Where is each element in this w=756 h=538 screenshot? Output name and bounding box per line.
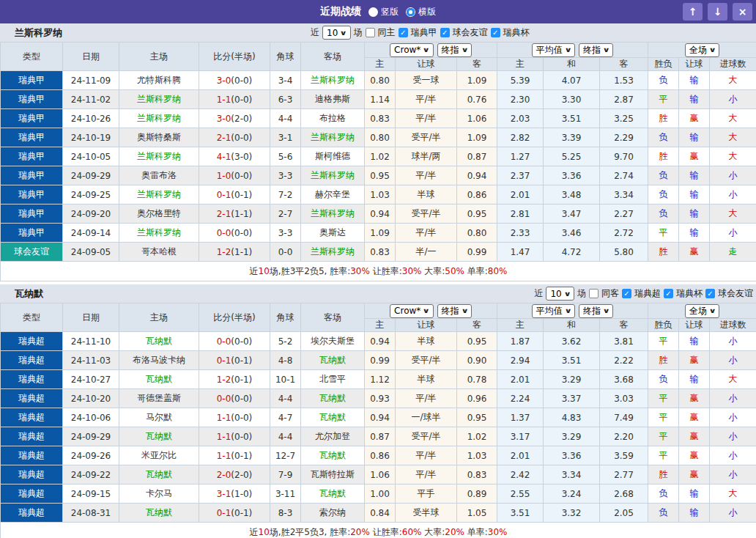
- match-count-value: 10: [327, 28, 338, 38]
- result-goals: 小: [710, 166, 756, 185]
- table-row: 瑞典超24-09-22瓦纳默2-0(2-0)7-9瓦斯特拉斯1.06平/半0.8…: [1, 465, 756, 484]
- scroll-down-button[interactable]: ↓: [708, 3, 727, 21]
- score-cell: 0-1(0-1): [199, 504, 270, 523]
- corner-cell: 3-4: [270, 71, 301, 90]
- column-header: 比分(半场): [199, 303, 270, 332]
- select-value: 终指: [442, 44, 459, 56]
- date-cell: 24-09-20: [63, 204, 119, 224]
- result-handicap: 输: [679, 370, 710, 389]
- team-control-bar: 兰斯科罗纳 近 10 ∨ 场 同主 ✓ 瑞典甲 ✓ 球会友谊 ✓ 瑞典杯: [0, 23, 756, 42]
- final-odds-select[interactable]: 终指∨: [437, 43, 472, 57]
- layout-radio-horizontal[interactable]: 横版: [406, 6, 436, 18]
- column-subheader: 主: [497, 58, 544, 71]
- avg-away-odds: 9.70: [600, 147, 648, 166]
- result-wdl: 负: [648, 166, 679, 185]
- summary-segment: 30%: [488, 527, 508, 537]
- match-count-select[interactable]: 10 ∨: [322, 26, 351, 40]
- match-count-select[interactable]: 10 ∨: [546, 287, 574, 301]
- column-subheader: 主: [365, 319, 396, 332]
- table-row: 瑞典超24-11-03布洛马波卡纳0-1(0-1)4-8瓦纳默0.99受平/半0…: [1, 351, 756, 370]
- handicap-home-odds: 0.80: [365, 71, 396, 90]
- handicap-line: 平/半: [396, 224, 457, 243]
- odds-group-header: 平均值∨终指∨: [497, 303, 648, 319]
- fulltime-score: 0-0: [217, 336, 231, 347]
- avg-draw-odds: 4.07: [544, 71, 600, 90]
- layout-radio-vertical[interactable]: 竖版: [368, 6, 399, 18]
- final-odds-select[interactable]: 终指∨: [579, 43, 613, 57]
- fulltime-select[interactable]: 全场∨: [685, 43, 719, 57]
- handicap-home-odds: 0.93: [365, 389, 396, 408]
- summary-segment: 30%: [350, 266, 370, 276]
- avg-select[interactable]: 平均值∨: [532, 304, 575, 318]
- same-venue-checkbox[interactable]: [589, 289, 598, 298]
- company-select[interactable]: Crow*∨: [390, 43, 434, 57]
- away-team-cell: 兰斯科罗纳: [301, 243, 365, 262]
- chevron-down-icon: ∨: [340, 29, 347, 37]
- league-filter-label: 瑞典杯: [503, 26, 530, 39]
- fulltime-score: 0-0: [217, 228, 231, 238]
- table-row: 瑞典甲24-11-02兰斯科罗纳1-1(0-0)6-3迪格弗斯1.14平/半0.…: [1, 90, 756, 109]
- result-wdl: 平: [648, 224, 679, 243]
- halftime-score: (1-1): [231, 209, 252, 219]
- avg-away-odds: 2.72: [600, 224, 648, 243]
- result-handicap: 输: [679, 484, 710, 504]
- avg-home-odds: 2.24: [497, 389, 544, 408]
- fulltime-select[interactable]: 全场∨: [685, 304, 719, 318]
- avg-draw-odds: 3.39: [544, 128, 600, 147]
- result-wdl: 胜: [648, 465, 679, 484]
- league-filter-checkbox[interactable]: ✓: [664, 289, 673, 298]
- company-select[interactable]: Crow*∨: [390, 304, 434, 318]
- away-team-cell: 布拉格: [301, 109, 365, 128]
- handicap-away-odds: 1.02: [457, 427, 497, 446]
- title-group: 近期战绩 竖版 横版: [320, 5, 436, 18]
- table-row: 瑞典甲24-09-14兰斯科罗纳0-0(0-0)3-3奥斯达1.09平/半0.8…: [1, 224, 756, 243]
- avg-away-odds: 2.77: [600, 465, 648, 484]
- odds-group-selects: Crow*∨终指∨: [365, 304, 497, 318]
- summary-segment: 10: [259, 527, 270, 537]
- halftime-score: (0-0): [231, 133, 252, 143]
- corner-cell: 3-1: [270, 128, 301, 147]
- league-type-cell: 瑞典超: [1, 408, 63, 427]
- halftime-score: (0-0): [231, 228, 252, 238]
- result-goals: 小: [710, 90, 756, 109]
- league-filter-checkbox[interactable]: ✓: [440, 28, 450, 37]
- result-goals: 小: [710, 332, 756, 351]
- league-filter-checkbox[interactable]: ✓: [399, 28, 408, 37]
- result-goals: 大: [710, 370, 756, 389]
- score-cell: 4-1(3-0): [199, 147, 270, 166]
- home-team-cell: 奥斯特桑斯: [119, 128, 199, 147]
- column-subheader: 胜负: [648, 58, 679, 71]
- avg-select[interactable]: 平均值∨: [532, 43, 575, 57]
- home-team-cell: 米亚尔比: [119, 446, 199, 465]
- result-wdl: 胜: [648, 351, 679, 370]
- league-filter-checkbox[interactable]: ✓: [705, 289, 715, 298]
- fulltime-score: 3-1: [217, 489, 231, 499]
- select-value: 终指: [442, 305, 459, 317]
- halftime-score: (0-1): [231, 375, 252, 385]
- summary-segment: 近: [250, 266, 259, 276]
- fulltime-score: 3-0: [217, 75, 231, 86]
- date-cell: 24-11-03: [63, 351, 119, 370]
- record-summary: 近10场,胜2平5负3, 胜率:20% 让胜率:60% 大率:20% 单率:30…: [1, 523, 756, 538]
- avg-away-odds: 2.29: [600, 128, 648, 147]
- final-odds-select[interactable]: 终指∨: [437, 304, 472, 318]
- scroll-up-button[interactable]: ↑: [683, 3, 703, 21]
- avg-away-odds: 2.27: [600, 204, 648, 224]
- halftime-score: (0-0): [231, 171, 252, 181]
- odds-group-selects: Crow*∨终指∨: [365, 43, 497, 57]
- result-handicap: 赢: [679, 427, 710, 446]
- column-header: 主场: [119, 43, 199, 71]
- final-odds-select[interactable]: 终指∨: [579, 304, 613, 318]
- result-goals: 大: [710, 109, 756, 128]
- league-filter-checkbox[interactable]: ✓: [622, 289, 631, 298]
- avg-away-odds: 3.81: [600, 332, 648, 351]
- same-venue-checkbox[interactable]: [366, 28, 375, 37]
- league-filter-checkbox[interactable]: ✓: [491, 28, 500, 37]
- date-cell: 24-09-14: [63, 224, 119, 243]
- column-subheader: 让球: [679, 319, 710, 332]
- handicap-away-odds: 0.78: [457, 370, 497, 389]
- result-goals: 大: [710, 71, 756, 90]
- summary-segment: 让胜率:: [370, 266, 402, 276]
- result-wdl: 平: [648, 427, 679, 446]
- close-button[interactable]: ×: [733, 3, 752, 21]
